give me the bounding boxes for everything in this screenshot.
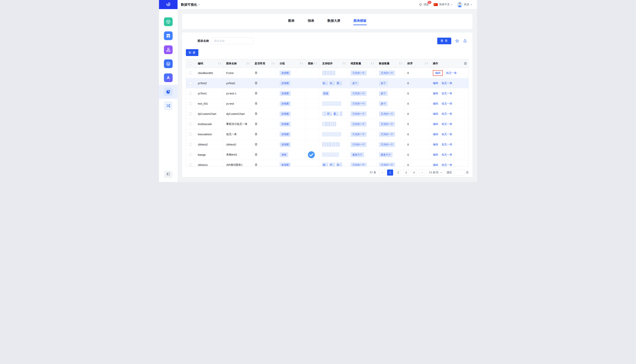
table-row[interactable]: zbhtest2zbhtest2否折线图只允许一个只允许一个0编辑低无一体 [186, 140, 468, 150]
column-header-4[interactable]: 图标⋮⋮ [305, 59, 320, 68]
low-code-link[interactable]: 低无一体 [442, 122, 452, 126]
column-header-9[interactable]: 操作 [430, 59, 468, 68]
cell-actions: 编辑低无一体 [430, 68, 468, 78]
column-menu-icon[interactable]: ⋮⋮ [313, 62, 318, 65]
next-page-button[interactable]: › [419, 170, 425, 176]
tab-charts[interactable]: 图表 [288, 17, 295, 26]
page-button-4[interactable]: 4 [411, 170, 417, 176]
edit-link[interactable]: 编辑 [433, 112, 438, 116]
edit-link[interactable]: 编辑 [433, 153, 438, 156]
jump-to-page-input[interactable] [453, 170, 464, 176]
table-row[interactable]: ysTest2ysTest2否折线图标…坐…图…多个多个0编辑低无一体 [186, 78, 468, 88]
page-button-1[interactable]: 1 [387, 170, 393, 176]
tab-big-screen[interactable]: 数据大屏 [327, 17, 341, 26]
tab-chart-templates[interactable]: 图表模板 [353, 17, 367, 26]
share-export-icon[interactable] [463, 39, 467, 43]
low-code-link[interactable]: 低无一体 [442, 82, 452, 85]
sidebar-item-shuffle[interactable] [159, 99, 178, 113]
row-checkbox[interactable] [189, 143, 192, 146]
filter-row: 图表名称 搜 索 [186, 38, 469, 44]
table-row[interactable]: dyCustomChartdyCustomChart否折线图环…通…只允许一个只… [186, 109, 468, 119]
table-row[interactable]: lowcodetest低无一体否折线图只允许一个只允许一个0编辑低无一体 [186, 129, 468, 140]
search-button[interactable]: 搜 索 [437, 38, 451, 44]
low-code-link[interactable]: 低无一体 [442, 132, 452, 136]
column-menu-icon[interactable]: ⋮⋮ [218, 62, 222, 65]
sidebar-item-layers[interactable] [159, 57, 178, 71]
app-logo[interactable] [159, 0, 178, 9]
row-checkbox[interactable] [189, 122, 192, 126]
row-checkbox[interactable] [189, 72, 192, 74]
edit-link[interactable]: 编辑 [433, 102, 438, 106]
column-menu-icon[interactable]: ⋮⋮ [424, 62, 428, 65]
column-header-0[interactable]: 编码⋮⋮ [195, 59, 224, 68]
page-size-select[interactable]: 15 条/页 ▾ [427, 170, 444, 176]
column-header-2[interactable]: 是否常用⋮⋮ [252, 59, 277, 68]
workspace-switcher[interactable]: 数据可视化 ▾ [181, 2, 200, 7]
column-header-3[interactable]: 分组⋮⋮ [277, 59, 305, 68]
sidebar-item-charts[interactable] [159, 85, 178, 99]
select-all-checkbox-cell[interactable] [186, 59, 195, 68]
column-header-8[interactable]: 排序⋮⋮ [405, 59, 430, 68]
low-code-link[interactable]: 低无一体 [442, 92, 452, 95]
row-checkbox[interactable] [189, 133, 192, 136]
row-checkbox[interactable] [189, 112, 192, 115]
table-row[interactable]: testlowcode重新演示低无一体否折线图只允许一个只允许一个0编辑低无一体 [186, 119, 468, 129]
dimension-count-cell: 只允许一个 [348, 140, 376, 150]
page-button-2[interactable]: 2 [395, 170, 401, 176]
sidebar-item-flow[interactable] [159, 43, 178, 57]
column-menu-icon[interactable]: ⋮⋮ [299, 62, 304, 65]
table-row[interactable]: zbhtest1zbh测试图表1否条形图辅…环…坐…只允许一个只允许一个0编辑低… [186, 160, 468, 166]
column-header-7[interactable]: 数值数量⋮⋮ [376, 59, 405, 68]
create-button[interactable]: 创 建 [186, 49, 198, 56]
column-menu-icon[interactable]: ⋮⋮ [399, 62, 403, 65]
select-all-checkbox[interactable] [189, 62, 192, 65]
value-count-tag: 只允许一个 [379, 122, 395, 126]
edit-link[interactable]: 编辑 [435, 71, 440, 75]
tab-reports[interactable]: 报表 [307, 17, 315, 26]
user-menu[interactable]: 风灵 ▾ [457, 2, 472, 8]
low-code-link[interactable]: 低无一体 [442, 163, 452, 166]
cell-is-common: 否 [252, 129, 277, 139]
favorite-star-icon[interactable] [455, 39, 459, 43]
column-menu-icon[interactable]: ⋮⋮ [370, 62, 375, 65]
column-header-5[interactable]: 支持组件⋮⋮ [320, 59, 348, 68]
row-checkbox[interactable] [189, 82, 192, 84]
row-checkbox[interactable] [189, 102, 192, 105]
edit-link[interactable]: 编辑 [433, 122, 438, 126]
low-code-link[interactable]: 低无一体 [446, 71, 457, 75]
collapse-sidebar-button[interactable] [164, 171, 172, 178]
component-tag-truncated [327, 152, 327, 157]
edit-link[interactable]: 编辑 [433, 82, 438, 85]
edit-link[interactable]: 编辑 [433, 163, 438, 166]
column-settings-icon[interactable] [464, 62, 467, 65]
column-menu-icon[interactable]: ⋮⋮ [271, 62, 275, 65]
messages-link[interactable]: 消息 54 [419, 3, 429, 6]
language-selector[interactable]: ★ 简体中文 ▾ [434, 3, 452, 6]
row-checkbox[interactable] [189, 164, 192, 166]
column-menu-icon[interactable]: ⋮⋮ [342, 62, 346, 65]
table-row[interactable]: ysTest1ys-test-1否折线图标题只允许一个多个0编辑低无一体 [186, 88, 468, 98]
page-button-3[interactable]: 3 [403, 170, 409, 176]
low-code-link[interactable]: 低无一体 [442, 153, 452, 156]
low-code-link[interactable]: 低无一体 [442, 102, 452, 106]
table-row[interactable]: cbisdbwu981FLtest否条形图只允许一个只允许一个0编辑低无一体 [186, 68, 468, 78]
sidebar-item-ai[interactable]: A [159, 71, 178, 85]
low-code-link[interactable]: 低无一体 [442, 143, 452, 146]
table-row[interactable]: biaoge表格test1否表格最多六个最多六个0编辑低无一体 [186, 150, 468, 160]
prev-page-button[interactable]: ‹ [379, 170, 385, 176]
edit-link[interactable]: 编辑 [433, 92, 438, 95]
component-tag: 辅… [322, 162, 328, 166]
column-header-1[interactable]: 图表名称⋮⋮ [224, 59, 252, 68]
edit-link[interactable]: 编辑 [433, 143, 438, 146]
edit-link[interactable]: 编辑 [433, 132, 438, 136]
low-code-link[interactable]: 低无一体 [442, 112, 452, 116]
column-menu-icon[interactable]: ⋮⋮ [246, 62, 250, 65]
component-tag-truncated [326, 132, 326, 136]
sidebar-item-dashboard[interactable] [159, 29, 178, 43]
column-header-6[interactable]: 维度数量⋮⋮ [348, 59, 376, 68]
sidebar-item-cube[interactable] [159, 15, 178, 29]
chart-name-input[interactable] [212, 38, 254, 44]
row-checkbox[interactable] [189, 153, 192, 156]
row-checkbox[interactable] [189, 92, 192, 95]
table-row[interactable]: test_001ys-test否折线图只允许一个多个0编辑低无一体 [186, 98, 468, 109]
